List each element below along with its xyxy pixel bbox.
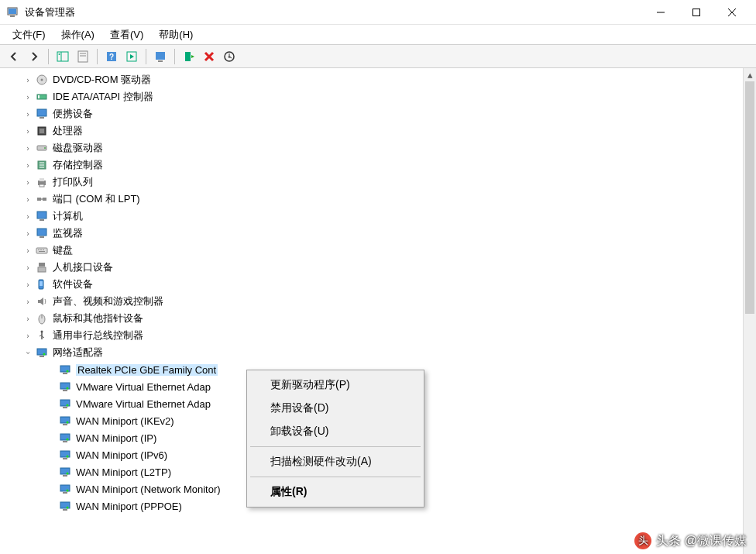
tree-item[interactable]: ›处理器: [0, 122, 743, 139]
toolbar-separator: [146, 49, 146, 64]
tree-item-label: WAN Miniport (Network Monitor): [76, 483, 221, 495]
svg-rect-46: [39, 263, 45, 267]
svg-rect-17: [158, 60, 163, 62]
expander-icon[interactable]: ›: [23, 178, 33, 187]
tree-item[interactable]: ›人机接口设备: [0, 259, 743, 276]
tree-item[interactable]: ›鼠标和其他指针设备: [0, 310, 743, 327]
tree-item-label: 网络适配器: [53, 346, 103, 360]
expander-icon[interactable]: ›: [23, 195, 33, 204]
svg-rect-23: [38, 95, 40, 98]
action-button[interactable]: [122, 47, 141, 66]
svg-rect-38: [40, 219, 44, 221]
toolbar-separator: [48, 49, 49, 64]
expander-icon[interactable]: ›: [23, 298, 33, 306]
cpu-icon: [36, 125, 48, 137]
svg-point-9: [59, 53, 60, 55]
ctx-uninstall-device[interactable]: 卸载设备(U): [249, 420, 422, 443]
enable-device-button[interactable]: [180, 47, 198, 66]
svg-point-80: [67, 490, 69, 492]
tree-item[interactable]: ›键盘: [0, 242, 743, 259]
tree-item[interactable]: ›磁盘驱动器: [0, 139, 743, 157]
tree-item[interactable]: ›端口 (COM 和 LPT): [0, 191, 743, 208]
tree-item-label: 打印队列: [53, 175, 93, 189]
svg-rect-43: [40, 249, 42, 250]
tree-item-label: WAN Miniport (IPv6): [76, 449, 167, 461]
minimize-button[interactable]: [643, 0, 679, 25]
tree-item[interactable]: ›监视器: [0, 225, 743, 242]
forward-button[interactable]: [25, 47, 43, 66]
svg-rect-79: [63, 492, 67, 494]
expander-icon[interactable]: ›: [24, 348, 33, 357]
properties-button[interactable]: [74, 47, 92, 66]
update-driver-button[interactable]: [151, 47, 170, 66]
expander-icon[interactable]: ›: [23, 229, 33, 238]
ctx-separator: [250, 446, 421, 447]
menu-help[interactable]: 帮助(H): [153, 26, 199, 43]
svg-rect-34: [37, 198, 41, 201]
uninstall-button[interactable]: [200, 47, 218, 66]
tree-item[interactable]: ›DVD/CD-ROM 驱动器: [0, 71, 743, 88]
expander-icon[interactable]: ›: [23, 144, 33, 153]
svg-text:?: ?: [109, 53, 114, 61]
svg-point-59: [67, 370, 69, 373]
svg-rect-40: [40, 236, 44, 238]
svg-rect-7: [57, 52, 68, 61]
software-icon: [36, 278, 48, 291]
expander-icon[interactable]: ›: [23, 127, 33, 136]
svg-rect-82: [63, 509, 67, 511]
toolbar-separator: [174, 49, 175, 64]
expander-icon[interactable]: ›: [23, 110, 33, 119]
svg-point-62: [67, 387, 69, 390]
tree-item[interactable]: ›软件设备: [0, 276, 743, 293]
tree-item-label: WAN Miniport (IKEv2): [76, 415, 174, 427]
tree-item[interactable]: ›打印队列: [0, 174, 743, 191]
ctx-properties[interactable]: 属性(R): [249, 480, 422, 504]
tree-item-label: IDE ATA/ATAPI 控制器: [53, 90, 153, 104]
expander-icon[interactable]: ›: [23, 246, 33, 255]
tree-item-network[interactable]: ›网络适配器: [0, 344, 743, 361]
tree-item-label: 键盘: [53, 243, 73, 257]
mouse-icon: [36, 312, 48, 325]
maximize-button[interactable]: [679, 0, 714, 25]
monitor-icon: [36, 210, 48, 222]
close-button[interactable]: [714, 0, 750, 25]
expander-icon[interactable]: ›: [23, 93, 33, 102]
toolbar-separator: [97, 49, 98, 64]
show-hide-tree-button[interactable]: [53, 47, 72, 66]
menu-view[interactable]: 查看(V): [104, 26, 149, 43]
expander-icon[interactable]: ›: [23, 263, 33, 272]
expander-icon[interactable]: ›: [23, 315, 33, 323]
back-button[interactable]: [5, 47, 23, 66]
expander-icon[interactable]: ›: [23, 280, 33, 289]
ctx-update-driver[interactable]: 更新驱动程序(P): [249, 373, 422, 397]
expander-icon[interactable]: ›: [23, 332, 33, 340]
usb-icon: [36, 329, 48, 342]
help-button[interactable]: ?: [102, 47, 121, 66]
tree-item[interactable]: ›计算机: [0, 208, 743, 225]
expander-icon[interactable]: ›: [23, 76, 33, 84]
tree-item[interactable]: ›存储控制器: [0, 157, 743, 174]
tree-item[interactable]: ›通用串行总线控制器: [0, 327, 743, 344]
expander-icon[interactable]: ›: [23, 161, 33, 170]
ctx-disable-device[interactable]: 禁用设备(D): [249, 397, 422, 420]
menu-file[interactable]: 文件(F): [6, 26, 52, 43]
svg-rect-24: [37, 109, 46, 116]
svg-point-83: [67, 507, 69, 509]
printer-icon: [36, 176, 48, 188]
audio-icon: [36, 295, 48, 308]
scan-button[interactable]: [220, 47, 239, 66]
tree-item[interactable]: ›IDE ATA/ATAPI 控制器: [0, 88, 743, 105]
tree-item-label: 人机接口设备: [53, 260, 113, 274]
menu-action[interactable]: 操作(A): [55, 26, 101, 43]
scroll-up-arrow[interactable]: ▴: [744, 68, 756, 81]
tree-item[interactable]: ›便携设备: [0, 105, 743, 122]
net-icon: [59, 363, 71, 376]
svg-point-21: [41, 79, 43, 81]
expander-icon[interactable]: ›: [23, 212, 33, 221]
svg-rect-41: [36, 248, 47, 253]
vertical-scrollbar[interactable]: ▴: [743, 68, 756, 554]
svg-rect-33: [40, 184, 44, 187]
ctx-scan-hardware[interactable]: 扫描检测硬件改动(A): [249, 450, 422, 473]
tree-item[interactable]: ›声音、视频和游戏控制器: [0, 293, 743, 310]
scroll-thumb[interactable]: [745, 81, 754, 314]
